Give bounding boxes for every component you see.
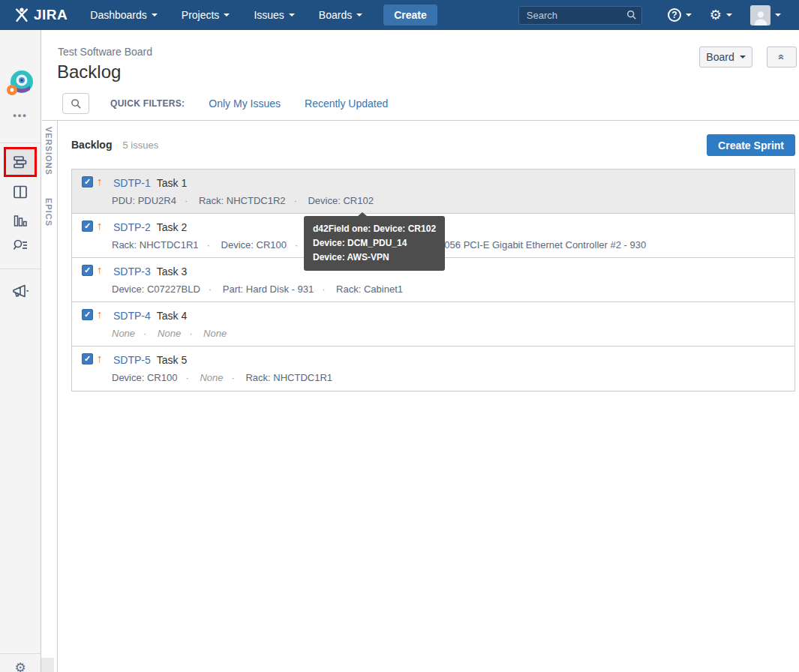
search-input[interactable] (518, 6, 642, 25)
sidebar-divider (0, 142, 41, 143)
jira-charlie-icon (14, 7, 30, 23)
search-icon (626, 10, 637, 20)
issue-key-link[interactable]: SDTP-1 (113, 177, 151, 189)
project-avatar[interactable] (0, 68, 41, 99)
avatar (750, 5, 770, 26)
tooltip-line: Device: AWS-VPN (313, 250, 436, 265)
page-title: Backlog (57, 62, 121, 82)
feedback-megaphone-icon[interactable] (0, 282, 41, 302)
priority-high-icon: ↑ (97, 352, 103, 364)
sidebar-divider (0, 268, 41, 269)
issue-row-sdtp-4[interactable]: ✓ ↑ SDTP-4Task 4 None· None· None (72, 302, 794, 346)
chevron-down-icon (726, 14, 732, 16)
issue-count: 5 issues (122, 140, 158, 151)
more-icon[interactable]: ••• (0, 110, 41, 121)
nav-projects[interactable]: Projects (170, 0, 242, 30)
priority-high-icon: ↑ (97, 263, 103, 276)
section-title: Backlog (71, 139, 112, 151)
tab-epics[interactable]: EPICS (44, 198, 53, 226)
nav-dashboards[interactable]: Dashboards (78, 0, 170, 30)
issue-key-link[interactable]: SDTP-3 (113, 266, 151, 278)
tooltip-arrow-icon (358, 212, 367, 216)
issue-checkbox[interactable]: ✓ (82, 220, 93, 232)
quick-filters-bar: QUICK FILTERS: Only My Issues Recently U… (62, 93, 388, 114)
issue-checkbox[interactable]: ✓ (82, 309, 93, 320)
reports-icon[interactable] (0, 212, 41, 230)
issue-summary: Task 1 (157, 177, 187, 189)
help-menu[interactable]: ? (668, 8, 692, 22)
issue-row-sdtp-5[interactable]: ✓ ↑ SDTP-5Task 5 Device: CR100· None· Ra… (72, 346, 794, 391)
backlog-icon[interactable] (11, 153, 29, 171)
issue-meta: Device: C07227BLD· Part: Hard Disk - 931… (112, 284, 403, 295)
issue-summary: Task 5 (157, 354, 187, 366)
admin-menu[interactable]: ⚙ (710, 8, 732, 22)
project-avatar-icon (5, 68, 36, 99)
breadcrumb: Test Software Board (58, 46, 152, 58)
chevrons-up-icon: « (776, 54, 788, 60)
backlog-issue-list: ✓ ↑ SDTP-1Task 1 PDU: PDU2R4· Rack: NHCT… (71, 169, 795, 392)
header-divider (42, 120, 799, 121)
search-icon (71, 98, 82, 110)
filter-search-box[interactable] (62, 93, 89, 114)
chevron-down-icon (740, 56, 746, 58)
create-sprint-button[interactable]: Create Sprint (707, 134, 795, 156)
gear-icon: ⚙ (710, 8, 722, 22)
issue-key-link[interactable]: SDTP-2 (113, 221, 151, 233)
issue-checkbox[interactable]: ✓ (82, 176, 93, 188)
main-content: Test Software Board Backlog Board « QUIC… (41, 30, 799, 672)
brand-text: JIRA (34, 7, 68, 23)
chevron-down-icon (289, 14, 295, 16)
issue-search-icon[interactable] (0, 237, 41, 255)
quick-filters-label: QUICK FILTERS: (110, 98, 185, 109)
board-sidebar: ••• (0, 30, 41, 672)
tooltip-line: Device: DCM_PDU_14 (313, 236, 436, 250)
filter-only-my-issues[interactable]: Only My Issues (209, 98, 281, 110)
nav-issues[interactable]: Issues (242, 0, 306, 30)
sidebar-divider (0, 653, 41, 654)
field-tooltip: d42Field one: Device: CR102 Device: DCM_… (304, 216, 445, 271)
issue-meta: Device: CR100· None· Rack: NHCTDC1R1 (112, 372, 332, 383)
user-menu[interactable] (750, 5, 781, 26)
priority-high-icon: ↑ (97, 308, 103, 320)
epics-versions-rail: VERSIONS EPICS (41, 121, 58, 672)
issue-summary: Task 4 (157, 310, 187, 322)
issue-summary: Task 3 (157, 266, 187, 278)
active-sprints-icon[interactable] (0, 183, 41, 201)
tab-versions[interactable]: VERSIONS (44, 127, 53, 176)
issue-meta: None· None· None (112, 328, 227, 339)
chevron-down-icon (775, 14, 781, 16)
chevron-down-icon (152, 14, 158, 16)
priority-high-icon: ↑ (97, 219, 103, 232)
issue-checkbox[interactable]: ✓ (82, 353, 93, 364)
backlog-section-header: Backlog 5 issues (71, 139, 158, 151)
filter-recently-updated[interactable]: Recently Updated (305, 98, 388, 110)
nav-boards[interactable]: Boards (307, 0, 374, 30)
chevron-down-icon (356, 14, 362, 16)
tooltip-line: d42Field one: Device: CR102 (313, 222, 436, 236)
rail-footer (41, 658, 54, 672)
chevron-down-icon (224, 14, 230, 16)
priority-high-icon: ↑ (97, 175, 103, 188)
issue-meta: PDU: PDU2R4· Rack: NHCTDC1R2· Device: CR… (112, 195, 374, 206)
create-button[interactable]: Create (383, 4, 437, 26)
annotation-highlight (4, 147, 37, 177)
collapse-header-button[interactable]: « (767, 46, 797, 68)
top-navigation: JIRA Dashboards Projects Issues Boards C… (0, 0, 799, 30)
jira-logo[interactable]: JIRA (14, 7, 68, 23)
user-icon (752, 9, 769, 26)
issue-checkbox[interactable]: ✓ (82, 265, 93, 276)
issue-key-link[interactable]: SDTP-4 (113, 310, 151, 322)
issue-key-link[interactable]: SDTP-5 (113, 354, 151, 366)
issue-summary: Task 2 (157, 221, 187, 233)
board-menu-button[interactable]: Board (699, 46, 752, 68)
help-icon: ? (668, 8, 681, 22)
issue-row-sdtp-1[interactable]: ✓ ↑ SDTP-1Task 1 PDU: PDU2R4· Rack: NHCT… (72, 170, 794, 214)
chevron-down-icon (686, 14, 692, 16)
board-settings-gear-icon[interactable]: ⚙ (0, 660, 41, 672)
